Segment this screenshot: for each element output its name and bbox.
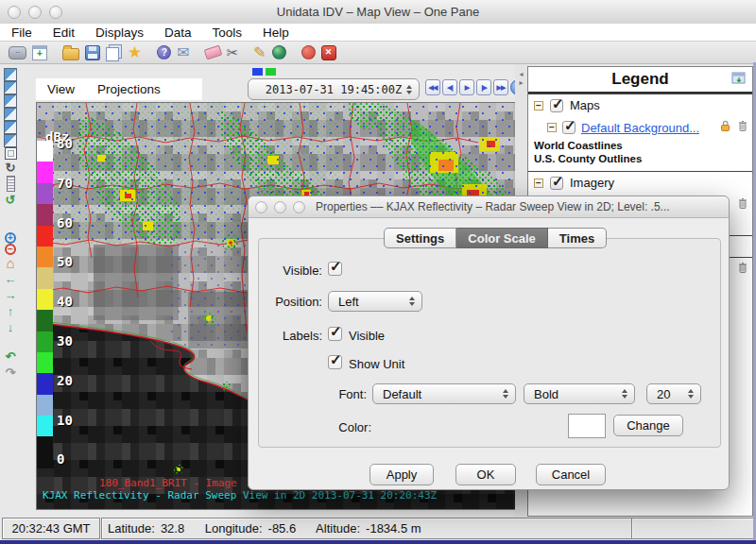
view-left-icon[interactable]	[4, 94, 17, 108]
collapse-icon[interactable]: −	[534, 101, 543, 110]
time-indicator-square-1	[266, 68, 276, 76]
trash-icon[interactable]	[737, 119, 748, 136]
dialog-close-icon[interactable]	[255, 201, 267, 213]
color-swatch	[568, 414, 606, 438]
collapse-icon[interactable]: −	[534, 178, 543, 188]
labels-label: Labels:	[249, 329, 322, 343]
pan-right-icon[interactable]: →	[5, 287, 17, 303]
menu-file[interactable]: File	[0, 26, 43, 40]
expand-right-icon[interactable]: ▸	[519, 78, 523, 87]
display-link[interactable]: Default Background...	[581, 121, 699, 135]
change-color-button[interactable]: Change	[613, 415, 683, 436]
zoom-in-icon[interactable]: +	[5, 232, 16, 244]
legend-item-default-background: − Default Background...	[528, 116, 752, 139]
refresh-icon[interactable]: ↺	[6, 192, 16, 208]
pan-down-icon[interactable]: ↓	[8, 319, 14, 335]
step-forward-button[interactable]: |▶	[476, 79, 491, 95]
home-icon[interactable]: ⌂	[6, 255, 14, 271]
view-right-icon[interactable]	[4, 108, 17, 121]
time-select[interactable]: 2013-07-31 19:45:00Z	[248, 78, 420, 100]
pan-left-icon[interactable]: ←	[5, 271, 17, 287]
menu-help[interactable]: Help	[252, 26, 300, 40]
legend-header: Legend	[528, 67, 752, 94]
font-style-value: Bold	[534, 387, 558, 401]
dialog-tabs: SettingsColor ScaleTimes	[384, 228, 607, 248]
map-layer-label[interactable]: World Coastlines	[528, 139, 752, 152]
favorites-star-icon[interactable]: ★	[128, 44, 142, 61]
redo-icon[interactable]: ↷	[6, 365, 16, 381]
cut-icon[interactable]: ✂	[227, 44, 239, 61]
tab-times[interactable]: Times	[548, 228, 607, 248]
support-mail-icon[interactable]: ✉	[177, 44, 189, 61]
go-last-button[interactable]: ▶▶	[493, 79, 508, 95]
animation-controls: ◀◀◀|▶|▶▶▶i	[425, 79, 526, 95]
copy-icon[interactable]	[106, 47, 119, 61]
help-icon[interactable]: ?	[157, 45, 171, 60]
imagery-visible-checkbox[interactable]	[550, 177, 563, 190]
play-button[interactable]: ▶	[459, 79, 474, 95]
map-menu-projections[interactable]: Projections	[86, 82, 172, 96]
collapse-left-icon[interactable]: ◂	[519, 70, 523, 78]
apply-button[interactable]: Apply	[369, 464, 434, 485]
labels-visible-text: Visible	[349, 329, 385, 343]
maps-visible-checkbox[interactable]	[550, 99, 563, 112]
menu-tools[interactable]: Tools	[202, 26, 253, 40]
cancel-button[interactable]: Cancel	[536, 464, 606, 485]
position-value: Left	[338, 295, 359, 309]
collapse-icon[interactable]: −	[547, 123, 557, 132]
longitude-label: Longitude:	[205, 521, 263, 536]
view-front-icon[interactable]	[4, 121, 17, 134]
menubar: FileEditDisplaysDataToolsHelp	[0, 24, 756, 42]
position-select[interactable]: Left	[328, 291, 422, 312]
item-visible-checkbox[interactable]	[562, 121, 576, 134]
show-unit-checkbox[interactable]	[328, 355, 342, 369]
menu-edit[interactable]: Edit	[43, 26, 85, 40]
tab-color-scale[interactable]: Color Scale	[456, 228, 548, 248]
view-top-icon[interactable]	[4, 68, 17, 81]
legend-section-label: Imagery	[570, 176, 614, 190]
font-size-select[interactable]: 20	[646, 383, 701, 404]
map-menu-view[interactable]: View	[36, 82, 86, 96]
view-back-icon[interactable]	[4, 134, 17, 147]
zoom-out-icon[interactable]: −	[5, 244, 16, 255]
save-bundle-icon[interactable]	[85, 45, 100, 60]
altitude-value: -1834.5 m	[366, 521, 421, 536]
float-legend-icon[interactable]	[731, 72, 747, 89]
map-layer-label[interactable]: U.S. County Outlines	[528, 152, 752, 165]
statusbar: 20:32:43 GMT Latitude:32.8 Longitude:-85…	[0, 517, 756, 540]
view-bottom-icon[interactable]	[4, 81, 17, 94]
radar-display-label: KJAX Reflectivity - Radar Sweep View in …	[43, 489, 437, 502]
tab-settings[interactable]: Settings	[384, 228, 456, 248]
window-title: Unidata IDV – Map View – One Pane	[0, 5, 756, 19]
dialog-minimize-icon[interactable]	[274, 201, 286, 213]
font-style-select[interactable]: Bold	[524, 383, 635, 404]
lock-icon[interactable]	[719, 119, 731, 136]
globe-icon[interactable]	[272, 45, 286, 60]
font-label: Font:	[249, 387, 367, 401]
exit-icon[interactable]: ✕	[321, 45, 336, 60]
font-name-select[interactable]: Default	[372, 383, 516, 404]
open-bundle-icon[interactable]	[62, 48, 79, 60]
new-window-icon[interactable]: +	[32, 45, 47, 60]
menu-data[interactable]: Data	[154, 26, 202, 40]
eraser-icon[interactable]	[203, 45, 222, 60]
undo-icon[interactable]: ↶	[6, 348, 16, 365]
visible-checkbox[interactable]	[328, 262, 342, 276]
rotate-icon[interactable]: ↻	[6, 160, 16, 176]
trash-icon[interactable]	[737, 261, 748, 278]
perspective-icon[interactable]	[5, 147, 17, 160]
go-first-button[interactable]: ◀◀	[425, 79, 440, 95]
ruler-icon[interactable]	[7, 176, 15, 192]
trash-icon[interactable]	[737, 196, 748, 213]
ok-button[interactable]: OK	[455, 464, 516, 485]
draw-icon[interactable]: ✎	[253, 44, 266, 61]
position-label: Position:	[249, 295, 322, 309]
dashboard-icon[interactable]: ∙∙	[9, 46, 26, 60]
pan-up-icon[interactable]: ↑	[8, 303, 14, 319]
step-back-button[interactable]: ◀|	[442, 79, 457, 95]
stop-loads-icon[interactable]	[301, 45, 316, 60]
labels-visible-checkbox[interactable]	[328, 327, 342, 341]
legend-title: Legend	[528, 67, 752, 92]
dialog-zoom-icon[interactable]	[293, 201, 305, 213]
menu-displays[interactable]: Displays	[85, 26, 154, 40]
